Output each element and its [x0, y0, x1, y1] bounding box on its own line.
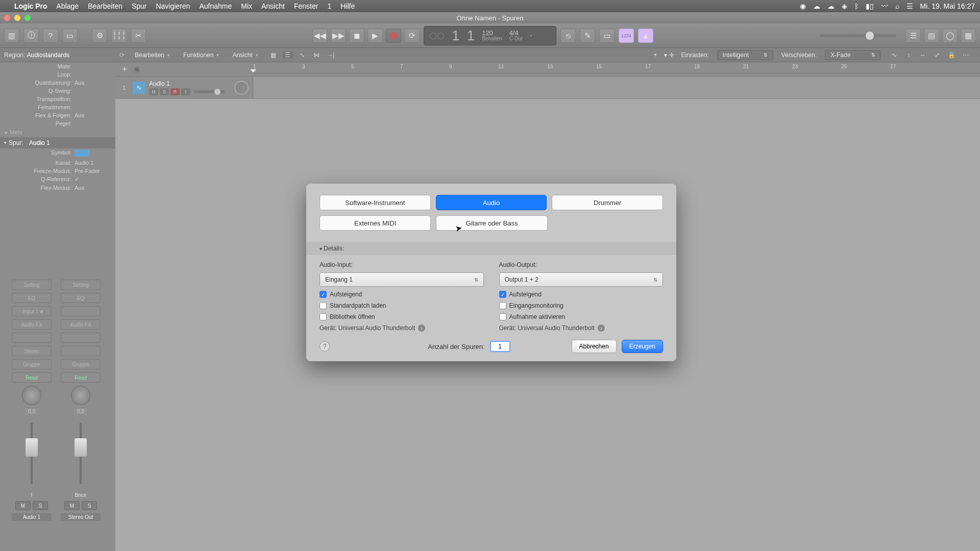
cancel-button[interactable]: Abbrechen	[572, 340, 617, 353]
cb-input-monitoring[interactable]	[499, 302, 506, 309]
audio-input-select[interactable]: Eingang 1⇅	[320, 272, 484, 287]
cb-open-library[interactable]	[320, 313, 327, 320]
track-count-input[interactable]	[490, 341, 510, 352]
cb-load-default-patch[interactable]	[320, 302, 327, 309]
audio-output-label: Audio-Output:	[499, 261, 664, 268]
tab-audio[interactable]: Audio	[436, 195, 547, 210]
tab-software-instrument[interactable]: Software-Instrument	[320, 195, 431, 210]
cb-ascending-in[interactable]: ✓	[320, 291, 327, 298]
input-device: Gerät: Universal Audio Thunderbolt›	[320, 324, 484, 332]
cb-ascending-out[interactable]: ✓	[499, 291, 506, 298]
output-device-arrow-icon[interactable]: ›	[598, 324, 605, 332]
new-track-dialog: Software-Instrument Audio Drummer Extern…	[306, 184, 676, 361]
details-disclosure[interactable]: Details:	[306, 242, 676, 255]
tab-guitar-bass[interactable]: Gitarre oder Bass	[436, 215, 547, 231]
tab-drummer[interactable]: Drummer	[552, 195, 663, 210]
help-button[interactable]: ?	[320, 341, 330, 352]
cb-record-enable[interactable]	[499, 313, 506, 320]
output-device: Gerät: Universal Audio Thunderbolt›	[499, 324, 664, 332]
audio-output-select[interactable]: Output 1 + 2⇅	[499, 272, 664, 287]
track-count-label: Anzahl der Spuren:	[428, 343, 484, 350]
create-button[interactable]: Erzeugen	[622, 340, 663, 353]
audio-input-label: Audio-Input:	[320, 261, 484, 268]
input-device-arrow-icon[interactable]: ›	[418, 324, 425, 332]
tab-external-midi[interactable]: Externes MIDI	[320, 215, 431, 231]
